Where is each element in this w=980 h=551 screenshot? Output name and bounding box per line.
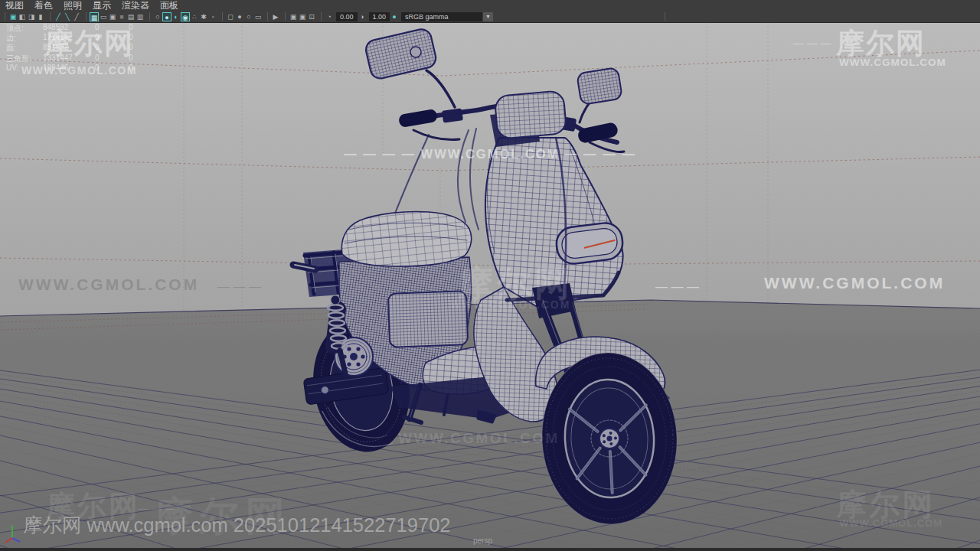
- pen-tool-icon[interactable]: ╲: [63, 12, 72, 21]
- toolbar-separator: [665, 12, 665, 21]
- pencil-tool-icon[interactable]: ╱: [54, 12, 63, 21]
- hud-value: 0: [95, 64, 100, 72]
- safe-action-icon[interactable]: ▥: [136, 12, 145, 21]
- hud-value: 0: [95, 33, 100, 41]
- film-gate-icon[interactable]: ▭: [99, 12, 108, 21]
- isolate-icon[interactable]: ▣: [289, 12, 298, 21]
- dashboard-pod: [495, 90, 567, 139]
- backface-icon[interactable]: ○: [244, 12, 253, 21]
- panel-toolbar: ▣ ◧ ◨ ▮ ╱ ╲ ╱ ▦ ▭ ▣ ■ ▤ ▥ ○ ● ◐ ◉ ∴ ✱ ▪ …: [0, 11, 980, 23]
- plane-icon[interactable]: ▭: [253, 12, 263, 21]
- hud-value: 0: [129, 33, 133, 41]
- hud-value: 848592: [43, 23, 68, 31]
- colorspace-icon[interactable]: ●: [390, 12, 399, 21]
- hud-value: 0: [95, 43, 100, 51]
- joints-icon[interactable]: ●: [235, 12, 244, 21]
- camera-prev-icon[interactable]: ◧: [18, 12, 27, 21]
- screen-icon[interactable]: ⊡: [307, 12, 316, 21]
- bookmark-icon[interactable]: ▮: [36, 12, 45, 21]
- hud-label: 边:: [6, 33, 16, 44]
- camera-name-label: persp: [473, 536, 492, 545]
- hud-value: 1331447: [43, 54, 73, 62]
- shadows-icon[interactable]: ∴: [190, 12, 199, 21]
- lights-mode-icon[interactable]: ◉: [181, 12, 190, 21]
- camera-next-icon[interactable]: ◨: [27, 12, 36, 21]
- gate-mask-icon[interactable]: ■: [117, 12, 126, 21]
- panel-menubar: 视图 着色 照明 显示 渲染器 面板: [0, 0, 980, 11]
- seat: [341, 211, 471, 266]
- hud-value: 851632: [43, 43, 68, 51]
- viewport-canvas[interactable]: [0, 0, 980, 551]
- field-chart-icon[interactable]: ▤: [126, 12, 136, 21]
- window-bottom-edge: [0, 548, 980, 551]
- hud-value: 0: [129, 43, 133, 51]
- shaded-mode-icon[interactable]: ●: [162, 12, 172, 21]
- gamma-field[interactable]: 1.00: [369, 12, 390, 21]
- watermark-footer-text: 摩尔网 www.cgmol.com 20251012141522719702: [23, 512, 451, 539]
- gamma-icon[interactable]: ◔: [325, 12, 334, 21]
- colorspace-dropdown-arrow[interactable]: ▼: [483, 12, 493, 21]
- grid-toggle-icon[interactable]: ▦: [90, 12, 99, 21]
- ao-icon[interactable]: ✱: [199, 12, 208, 21]
- hud-value: 1714142: [43, 33, 73, 41]
- hud-label: UV:: [6, 64, 18, 72]
- hud-label: 三角形:: [6, 54, 31, 64]
- brush-tool-icon[interactable]: ╱: [72, 12, 81, 21]
- xray-icon[interactable]: ◻: [226, 12, 235, 21]
- resolution-gate-icon[interactable]: ▣: [108, 12, 117, 21]
- hud-value: 0: [129, 23, 133, 31]
- textured-mode-icon[interactable]: ◐: [172, 12, 181, 21]
- wireframe-mode-icon[interactable]: ○: [153, 12, 162, 21]
- hud-value: 0: [129, 64, 133, 72]
- hud-value: 0: [95, 54, 100, 62]
- exposure-icon[interactable]: ◑: [358, 12, 367, 21]
- colorspace-dropdown[interactable]: sRGB gamma: [401, 12, 482, 21]
- maya-viewport-window: 视图 着色 照明 显示 渲染器 面板 ▣ ◧ ◨ ▮ ╱ ╲ ╱ ▦ ▭ ▣ ■…: [0, 0, 980, 551]
- hud-label: 面:: [6, 43, 16, 54]
- hud-poly-count: 顶点:84859200 边:171414200 面:85163200 三角形:1…: [6, 23, 159, 73]
- hud-value: 0: [95, 23, 100, 31]
- hud-label: 顶点:: [6, 23, 24, 34]
- exposure-field[interactable]: 0.00: [336, 12, 358, 21]
- selection-icon[interactable]: ▶: [271, 12, 280, 21]
- layer-icon[interactable]: ▣: [298, 12, 307, 21]
- hud-value: 0: [129, 54, 133, 62]
- hud-value: 109446: [43, 64, 68, 72]
- aa-icon[interactable]: ▪: [208, 12, 217, 21]
- camera-icon[interactable]: ▣: [8, 12, 18, 21]
